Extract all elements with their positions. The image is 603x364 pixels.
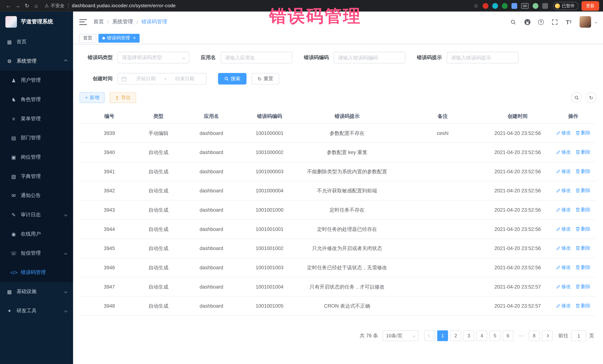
breadcrumb-home[interactable]: 首页 (93, 18, 104, 25)
page-button[interactable]: 3 (464, 331, 474, 341)
tag-error-code[interactable]: 错误码管理 × (99, 33, 140, 43)
sidebar-item-role[interactable]: ♞ 角色管理 (0, 90, 73, 109)
toggle-search-button[interactable] (571, 92, 582, 103)
edit-link[interactable]: 修改 (556, 226, 571, 232)
caret-down-icon[interactable] (595, 21, 597, 23)
delete-link[interactable]: 删除 (576, 207, 591, 213)
page-size-select[interactable]: 10条/页 (383, 331, 418, 341)
font-size-icon[interactable]: TT (565, 18, 572, 25)
tag-home[interactable]: 首页 (79, 33, 96, 43)
refresh-table-button[interactable]: ↻ (586, 92, 596, 103)
page-button[interactable]: 5 (490, 331, 500, 341)
hamburger-icon[interactable] (79, 19, 87, 25)
search-icon[interactable] (510, 18, 516, 25)
user-avatar[interactable] (580, 16, 591, 28)
cell-id: 3943 (80, 200, 139, 220)
cell-id: 3948 (80, 297, 139, 316)
cell-remark (400, 181, 485, 200)
extension-icon-green[interactable] (502, 3, 508, 9)
delete-link[interactable]: 删除 (576, 226, 591, 232)
sidebar-item-home[interactable]: ▦ 首页 (0, 32, 73, 52)
prev-page-button[interactable] (424, 331, 435, 341)
app-name-input[interactable] (221, 52, 292, 63)
header-app: 应用名 (178, 109, 245, 124)
edit-link[interactable]: 修改 (556, 149, 571, 156)
extension-icon-blue[interactable] (511, 3, 517, 9)
delete-link[interactable]: 删除 (576, 149, 591, 155)
sidebar-item-user[interactable]: ♟ 用户管理 (0, 71, 73, 90)
app-logo[interactable]: 芋道管理系统 (0, 11, 73, 32)
cell-id: 3944 (80, 220, 139, 239)
edit-link[interactable]: 修改 (556, 188, 571, 194)
page-ellipsis: ··· (516, 331, 526, 341)
back-icon[interactable]: ← (4, 0, 13, 11)
help-icon[interactable]: ? (538, 19, 544, 25)
breadcrumb-system[interactable]: 系统管理 (112, 18, 133, 25)
edit-link[interactable]: 修改 (556, 245, 571, 252)
page-button[interactable]: 6 (503, 331, 513, 341)
menu-list-icon: ≡ (10, 116, 17, 121)
github-icon[interactable] (524, 18, 531, 25)
delete-link[interactable]: 删除 (576, 245, 591, 252)
sidebar-item-menu[interactable]: ≡ 菜单管理 (0, 109, 73, 128)
forward-icon[interactable]: → (13, 0, 22, 11)
edit-link[interactable]: 修改 (556, 265, 571, 271)
edit-icon (556, 285, 560, 289)
error-code-input[interactable] (334, 52, 406, 63)
page-button[interactable]: 4 (476, 331, 487, 341)
tag-close-icon[interactable]: × (133, 36, 136, 40)
error-hint-input[interactable] (447, 52, 518, 63)
extension-icon-red[interactable] (483, 3, 488, 9)
next-page-button[interactable] (542, 331, 553, 341)
delete-link[interactable]: 删除 (576, 187, 591, 194)
reset-button[interactable]: ↻ 重置 (252, 73, 279, 85)
create-time-range-picker[interactable]: 开始日期 - 结束日期 (118, 73, 207, 85)
profile-emoji-icon (555, 3, 560, 8)
sidebar-item-department[interactable]: ▤ 部门管理 (0, 128, 73, 147)
cell-remark: ceshi (400, 124, 485, 143)
sidebar: 芋道管理系统 ▦ 首页 ⚙ 系统管理 ♟ 用户管理 ♞ 角色管理 ≡ 菜单管理 … (0, 11, 73, 364)
extension-icon-leaf[interactable] (533, 3, 538, 9)
profile-paused-chip[interactable]: 已暂停 (553, 2, 579, 10)
goto-page-input[interactable] (571, 331, 587, 341)
extension-on-badge[interactable]: on (521, 3, 529, 9)
edit-link[interactable]: 修改 (556, 207, 571, 213)
edit-link[interactable]: 修改 (556, 284, 571, 290)
edit-link[interactable]: 修改 (556, 130, 571, 136)
cell-code: 1001000003 (245, 162, 294, 181)
edit-link[interactable]: 修改 (556, 168, 571, 175)
sidebar-item-audit-log[interactable]: ✎ 审计日志 (0, 205, 73, 224)
delete-link[interactable]: 删除 (576, 303, 591, 309)
address-bar[interactable]: ⚠ 不安全 dashboard.yudao.iocoder.cn/system/… (45, 2, 175, 9)
sidebar-item-post[interactable]: ▣ 岗位管理 (0, 147, 73, 167)
sidebar-item-online-user[interactable]: ◉ 在线用户 (0, 224, 73, 243)
page-button[interactable]: 1 (437, 331, 448, 341)
delete-link[interactable]: 删除 (576, 168, 591, 175)
sidebar-item-system[interactable]: ⚙ 系统管理 (0, 52, 73, 71)
delete-link[interactable]: 删除 (576, 130, 591, 136)
add-button[interactable]: + 新增 (80, 92, 105, 103)
sidebar-item-announcement[interactable]: ✉ 通知公告 (0, 186, 73, 205)
search-button[interactable]: 搜索 (218, 73, 246, 85)
page-button[interactable]: 8 (529, 331, 540, 341)
tag-active-dot (102, 37, 105, 39)
edit-link[interactable]: 修改 (556, 303, 571, 309)
browser-update-button[interactable]: 更新 (581, 1, 599, 11)
error-type-select[interactable]: 请选择错误码类型 (118, 52, 189, 63)
bookmark-star-icon[interactable]: ☆ (471, 0, 481, 11)
reload-icon[interactable]: ↻ (22, 0, 32, 11)
sidebar-item-infrastructure[interactable]: ▩ 基础设施 (0, 282, 73, 301)
sidebar-item-sms[interactable]: ☏ 短信管理 (0, 243, 73, 263)
sidebar-item-error-code[interactable]: </> 错误码管理 (0, 263, 73, 282)
delete-link[interactable]: 删除 (576, 283, 591, 290)
sidebar-item-dictionary[interactable]: ▧ 字典管理 (0, 167, 73, 186)
page-button[interactable]: 2 (450, 331, 461, 341)
cell-hint: CRON 表达式不正确 (294, 297, 400, 316)
home-icon[interactable]: ⌂ (32, 0, 41, 11)
extensions-puzzle-icon[interactable] (542, 3, 548, 9)
delete-link[interactable]: 删除 (576, 264, 591, 271)
fullscreen-icon[interactable] (551, 18, 558, 25)
extension-icon-teal[interactable] (492, 3, 498, 9)
export-button[interactable]: ↥ 导出 (110, 92, 136, 103)
sidebar-item-devtools[interactable]: ✦ 研发工具 (0, 301, 73, 320)
